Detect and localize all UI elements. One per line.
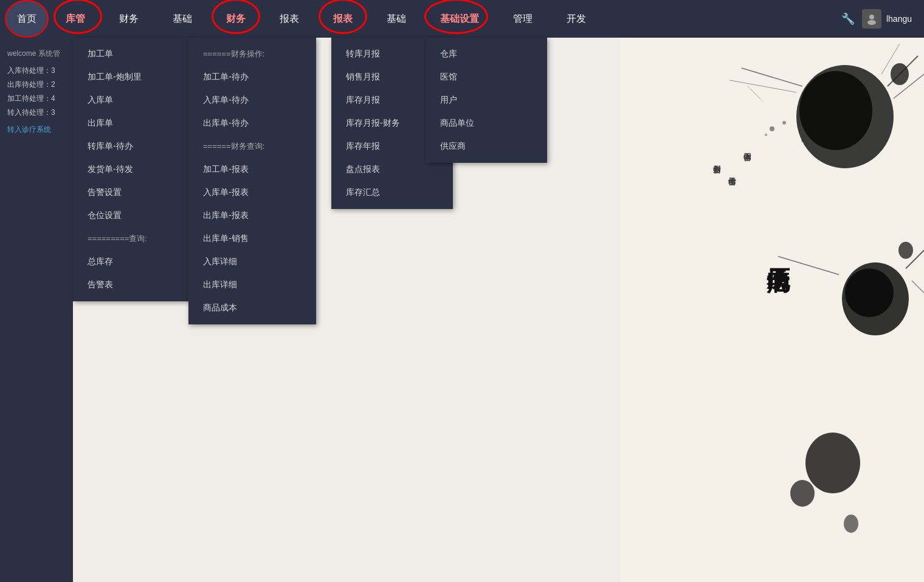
dropdown-item[interactable]: 入库单-报表 xyxy=(188,181,316,204)
top-nav: 首页 库管 财务 基础 财务 报表 报表 基础 基础设置 管理 开发 🔧 xyxy=(0,0,924,38)
dropdown-item[interactable]: 加工单-待办 xyxy=(188,66,316,89)
dropdown-item[interactable]: 商品成本 xyxy=(188,296,316,320)
svg-point-12 xyxy=(845,269,894,317)
dropdown-item[interactable]: 总库存 xyxy=(73,250,195,273)
nav-caiwu1[interactable]: 财务 xyxy=(102,0,156,38)
nav-caiwu2-label: 财务 xyxy=(226,13,246,26)
dropdown-item[interactable]: 用户 xyxy=(426,89,547,112)
user-avatar xyxy=(862,9,881,29)
nav-guanli-label: 管理 xyxy=(513,13,533,26)
sidebar-stat-2: 加工待处理：4 xyxy=(0,92,73,106)
nav-jigong[interactable]: 基础 xyxy=(156,0,209,38)
dropdown-kuguan: 加工单加工单-炮制里入库单出库单转库单-待办发货单-待发告警设置仓位设置====… xyxy=(73,38,195,301)
dropdown-divider: ======财务操作: xyxy=(188,43,316,66)
dropdown-item[interactable]: 告警设置 xyxy=(73,181,195,204)
dropdown-jichu: 仓库医馆用户商品单位供应商 xyxy=(426,38,547,163)
dropdown-item[interactable]: 入库单-待办 xyxy=(188,89,316,112)
dropdown-item[interactable]: 发货单-待发 xyxy=(73,158,195,181)
nav-kuguan-label: 库管 xyxy=(66,13,85,26)
nav-baobiao1-label: 报表 xyxy=(280,13,299,26)
sidebar-stat-0: 入库待处理：3 xyxy=(0,64,73,78)
nav-jigong-label: 基础 xyxy=(173,13,192,26)
nav-caiwu1-label: 财务 xyxy=(119,13,139,26)
dropdown-item[interactable]: 出库详细 xyxy=(188,273,316,296)
nav-jichu1-label: 基础 xyxy=(387,13,406,26)
nav-jichushezhi[interactable]: 基础设置 xyxy=(423,0,496,38)
dropdown-item[interactable]: 仓库 xyxy=(426,43,547,66)
nav-baobiao2-label: 报表 xyxy=(333,13,353,26)
nav-baobiao1[interactable]: 报表 xyxy=(263,0,316,38)
sidebar-stat-3: 转入待处理：3 xyxy=(0,106,73,120)
nav-kaifa-label: 开发 xyxy=(567,13,586,26)
ink-painting-svg: 电子病历 四体古中器 传承古中器 创新古中器 xyxy=(620,38,924,582)
dropdown-item[interactable]: 出库单-待办 xyxy=(188,112,316,135)
dropdown-item[interactable]: 出库单-报表 xyxy=(188,204,316,227)
dropdown-item[interactable]: 转库单-待办 xyxy=(73,135,195,158)
sidebar-stat-1: 出库待处理：2 xyxy=(0,78,73,92)
dropdown-item[interactable]: 加工单-报表 xyxy=(188,158,316,181)
dropdown-divider: =========查询: xyxy=(73,227,195,250)
nav-kuguan[interactable]: 库管 xyxy=(49,0,102,38)
wrench-icon[interactable]: 🔧 xyxy=(841,12,855,26)
svg-point-1 xyxy=(867,20,876,25)
sidebar-welcome: welcome 系统管 xyxy=(0,44,73,64)
dropdown-item[interactable]: 出库单-销售 xyxy=(188,227,316,250)
svg-point-28 xyxy=(790,480,815,507)
svg-point-16 xyxy=(898,242,913,259)
nav-guanli[interactable]: 管理 xyxy=(496,0,550,38)
svg-point-24 xyxy=(782,121,786,125)
nav-kaifa[interactable]: 开发 xyxy=(550,0,603,38)
nav-jichushezhi-label: 基础设置 xyxy=(440,13,479,26)
sidebar-link[interactable]: 转入诊疗系统 xyxy=(0,120,73,140)
dropdown-caiwu: ======财务操作:加工单-待办入库单-待办出库单-待办======财务查询:… xyxy=(188,38,316,324)
dropdown-item[interactable]: 告警表 xyxy=(73,273,195,296)
nav-user: lhangu xyxy=(862,9,912,29)
dropdown-item[interactable]: 入库详细 xyxy=(188,250,316,273)
nav-caiwu2[interactable]: 财务 xyxy=(209,0,263,38)
dropdown-item[interactable]: 医馆 xyxy=(426,66,547,89)
dropdown-item[interactable]: 供应商 xyxy=(426,135,547,158)
username: lhangu xyxy=(886,14,912,24)
dropdown-item[interactable]: 库存汇总 xyxy=(331,181,453,204)
left-sidebar: welcome 系统管 入库待处理：3 出库待处理：2 加工待处理：4 转入待处… xyxy=(0,38,73,582)
svg-point-25 xyxy=(801,140,804,142)
nav-home[interactable]: 首页 xyxy=(5,0,49,38)
dropdown-item[interactable]: 仓位设置 xyxy=(73,204,195,227)
svg-point-23 xyxy=(765,134,767,136)
nav-home-label: 首页 xyxy=(17,13,36,26)
nav-right: 🔧 lhangu xyxy=(841,9,924,29)
dropdown-item[interactable]: 商品单位 xyxy=(426,112,547,135)
dropdown-item[interactable]: 加工单-炮制里 xyxy=(73,66,195,89)
dropdown-item[interactable]: 入库单 xyxy=(73,89,195,112)
nav-baobiao2[interactable]: 报表 xyxy=(316,0,370,38)
svg-point-0 xyxy=(869,15,874,19)
dropdown-item[interactable]: 加工单 xyxy=(73,43,195,66)
svg-point-22 xyxy=(770,126,774,131)
svg-point-29 xyxy=(844,515,858,533)
svg-point-4 xyxy=(799,71,872,150)
svg-point-10 xyxy=(891,63,909,85)
dropdown-item[interactable]: 出库单 xyxy=(73,112,195,135)
svg-point-17 xyxy=(805,433,860,493)
dropdown-divider: ======财务查询: xyxy=(188,135,316,158)
nav-jichu1[interactable]: 基础 xyxy=(370,0,423,38)
